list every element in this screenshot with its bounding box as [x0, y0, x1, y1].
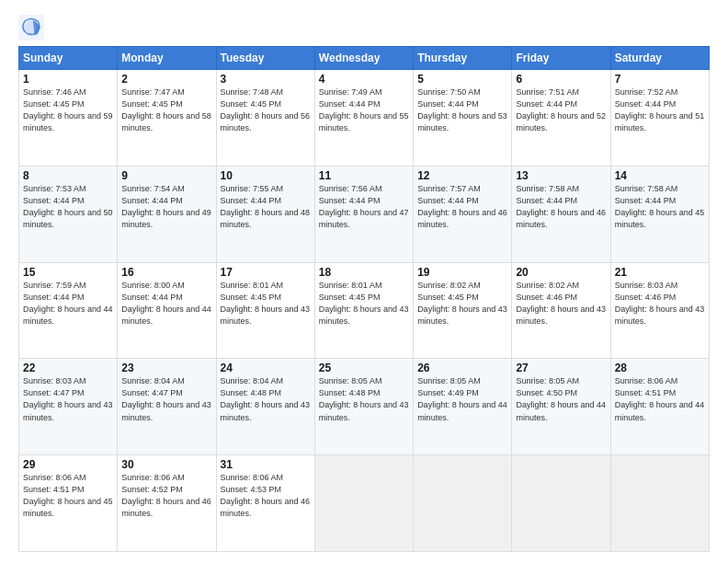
day-number: 19: [417, 266, 507, 279]
calendar-week-3: 15Sunrise: 7:59 AMSunset: 4:44 PMDayligh…: [19, 262, 710, 359]
day-info: Sunrise: 8:01 AMSunset: 4:45 PMDaylight:…: [319, 280, 409, 327]
calendar-cell: 17Sunrise: 8:01 AMSunset: 4:45 PMDayligh…: [216, 262, 314, 359]
calendar-cell: [610, 455, 709, 552]
day-number: 6: [516, 73, 606, 86]
day-info: Sunrise: 8:06 AMSunset: 4:52 PMDaylight:…: [121, 472, 211, 520]
day-info: Sunrise: 7:58 AMSunset: 4:44 PMDaylight:…: [615, 183, 705, 231]
day-info: Sunrise: 8:00 AMSunset: 4:44 PMDaylight:…: [121, 280, 211, 327]
day-info: Sunrise: 7:57 AMSunset: 4:44 PMDaylight:…: [417, 183, 507, 231]
calendar-cell: 16Sunrise: 8:00 AMSunset: 4:44 PMDayligh…: [118, 262, 216, 359]
calendar-cell: 31Sunrise: 8:06 AMSunset: 4:53 PMDayligh…: [216, 455, 314, 552]
page: Sunday Monday Tuesday Wednesday Thursday…: [0, 0, 728, 563]
day-number: 21: [615, 266, 705, 279]
calendar-header-row: Sunday Monday Tuesday Wednesday Thursday…: [19, 47, 710, 70]
col-thursday: Thursday: [414, 47, 512, 70]
day-info: Sunrise: 8:02 AMSunset: 4:46 PMDaylight:…: [516, 280, 606, 327]
col-sunday: Sunday: [19, 47, 118, 70]
calendar-cell: 30Sunrise: 8:06 AMSunset: 4:52 PMDayligh…: [118, 455, 216, 552]
calendar-cell: 10Sunrise: 7:55 AMSunset: 4:44 PMDayligh…: [216, 166, 314, 262]
day-number: 29: [23, 458, 113, 471]
day-number: 9: [121, 169, 211, 182]
col-monday: Monday: [118, 47, 216, 70]
col-friday: Friday: [512, 47, 610, 70]
day-number: 14: [615, 169, 705, 182]
day-number: 17: [221, 266, 311, 279]
calendar-cell: 1Sunrise: 7:46 AMSunset: 4:45 PMDaylight…: [19, 70, 118, 167]
calendar-cell: 29Sunrise: 8:06 AMSunset: 4:51 PMDayligh…: [19, 455, 118, 552]
calendar-cell: 25Sunrise: 8:05 AMSunset: 4:48 PMDayligh…: [314, 359, 413, 455]
day-number: 3: [221, 73, 311, 86]
calendar-cell: 28Sunrise: 8:06 AMSunset: 4:51 PMDayligh…: [610, 359, 709, 455]
calendar-cell: 6Sunrise: 7:51 AMSunset: 4:44 PMDaylight…: [512, 70, 610, 167]
calendar-cell: 26Sunrise: 8:05 AMSunset: 4:49 PMDayligh…: [414, 359, 512, 455]
calendar-week-4: 22Sunrise: 8:03 AMSunset: 4:47 PMDayligh…: [19, 359, 710, 455]
calendar-cell: 8Sunrise: 7:53 AMSunset: 4:44 PMDaylight…: [19, 166, 118, 262]
day-number: 31: [221, 458, 311, 471]
day-number: 27: [516, 362, 606, 374]
day-number: 18: [319, 266, 409, 279]
day-number: 7: [615, 73, 705, 86]
calendar-cell: 12Sunrise: 7:57 AMSunset: 4:44 PMDayligh…: [414, 166, 512, 262]
day-info: Sunrise: 7:59 AMSunset: 4:44 PMDaylight:…: [23, 280, 113, 327]
day-info: Sunrise: 7:48 AMSunset: 4:45 PMDaylight:…: [221, 86, 311, 134]
day-info: Sunrise: 7:53 AMSunset: 4:44 PMDaylight:…: [23, 183, 113, 231]
day-info: Sunrise: 7:58 AMSunset: 4:44 PMDaylight:…: [516, 183, 606, 231]
calendar-cell: 21Sunrise: 8:03 AMSunset: 4:46 PMDayligh…: [610, 262, 709, 359]
calendar-table: Sunday Monday Tuesday Wednesday Thursday…: [18, 46, 710, 552]
day-info: Sunrise: 7:55 AMSunset: 4:44 PMDaylight:…: [221, 183, 311, 231]
calendar-cell: 18Sunrise: 8:01 AMSunset: 4:45 PMDayligh…: [314, 262, 413, 359]
calendar-cell: 3Sunrise: 7:48 AMSunset: 4:45 PMDaylight…: [216, 70, 314, 167]
day-number: 24: [221, 362, 311, 374]
day-number: 28: [615, 362, 705, 374]
day-info: Sunrise: 8:06 AMSunset: 4:51 PMDaylight:…: [23, 472, 113, 520]
day-info: Sunrise: 7:56 AMSunset: 4:44 PMDaylight:…: [319, 183, 409, 231]
col-saturday: Saturday: [610, 47, 709, 70]
calendar-cell: 13Sunrise: 7:58 AMSunset: 4:44 PMDayligh…: [512, 166, 610, 262]
day-info: Sunrise: 8:03 AMSunset: 4:46 PMDaylight:…: [615, 280, 705, 327]
day-number: 8: [23, 169, 113, 182]
day-info: Sunrise: 8:05 AMSunset: 4:48 PMDaylight:…: [319, 375, 409, 423]
day-number: 16: [121, 266, 211, 279]
calendar-week-1: 1Sunrise: 7:46 AMSunset: 4:45 PMDaylight…: [19, 70, 710, 167]
calendar-cell: 4Sunrise: 7:49 AMSunset: 4:44 PMDaylight…: [314, 70, 413, 167]
day-info: Sunrise: 7:49 AMSunset: 4:44 PMDaylight:…: [319, 86, 409, 134]
day-info: Sunrise: 8:06 AMSunset: 4:51 PMDaylight:…: [615, 375, 705, 423]
col-tuesday: Tuesday: [216, 47, 314, 70]
col-wednesday: Wednesday: [314, 47, 413, 70]
day-number: 1: [23, 73, 113, 86]
day-number: 4: [319, 73, 409, 86]
day-number: 25: [319, 362, 409, 374]
day-info: Sunrise: 7:51 AMSunset: 4:44 PMDaylight:…: [516, 86, 606, 134]
calendar-cell: [512, 455, 610, 552]
day-number: 26: [417, 362, 507, 374]
day-info: Sunrise: 7:52 AMSunset: 4:44 PMDaylight:…: [615, 86, 705, 134]
calendar-cell: [314, 455, 413, 552]
day-info: Sunrise: 8:02 AMSunset: 4:45 PMDaylight:…: [417, 280, 507, 327]
day-number: 12: [417, 169, 507, 182]
day-number: 10: [221, 169, 311, 182]
calendar-cell: 15Sunrise: 7:59 AMSunset: 4:44 PMDayligh…: [19, 262, 118, 359]
header: [18, 15, 710, 40]
day-info: Sunrise: 8:04 AMSunset: 4:48 PMDaylight:…: [221, 375, 311, 423]
calendar-cell: 9Sunrise: 7:54 AMSunset: 4:44 PMDaylight…: [118, 166, 216, 262]
day-info: Sunrise: 8:05 AMSunset: 4:49 PMDaylight:…: [417, 375, 507, 423]
day-info: Sunrise: 7:50 AMSunset: 4:44 PMDaylight:…: [417, 86, 507, 134]
calendar-cell: 11Sunrise: 7:56 AMSunset: 4:44 PMDayligh…: [314, 166, 413, 262]
day-info: Sunrise: 8:05 AMSunset: 4:50 PMDaylight:…: [516, 375, 606, 423]
day-number: 13: [516, 169, 606, 182]
calendar-cell: 5Sunrise: 7:50 AMSunset: 4:44 PMDaylight…: [414, 70, 512, 167]
day-info: Sunrise: 7:54 AMSunset: 4:44 PMDaylight:…: [121, 183, 211, 231]
day-number: 5: [417, 73, 507, 86]
calendar-week-2: 8Sunrise: 7:53 AMSunset: 4:44 PMDaylight…: [19, 166, 710, 262]
calendar-cell: 23Sunrise: 8:04 AMSunset: 4:47 PMDayligh…: [118, 359, 216, 455]
day-number: 11: [319, 169, 409, 182]
calendar-cell: 20Sunrise: 8:02 AMSunset: 4:46 PMDayligh…: [512, 262, 610, 359]
day-info: Sunrise: 8:03 AMSunset: 4:47 PMDaylight:…: [23, 375, 113, 423]
day-number: 2: [121, 73, 211, 86]
logo: [18, 15, 48, 40]
calendar-cell: 2Sunrise: 7:47 AMSunset: 4:45 PMDaylight…: [118, 70, 216, 167]
day-info: Sunrise: 8:06 AMSunset: 4:53 PMDaylight:…: [221, 472, 311, 520]
day-info: Sunrise: 7:47 AMSunset: 4:45 PMDaylight:…: [121, 86, 211, 134]
day-info: Sunrise: 8:04 AMSunset: 4:47 PMDaylight:…: [121, 375, 211, 423]
calendar-cell: 7Sunrise: 7:52 AMSunset: 4:44 PMDaylight…: [610, 70, 709, 167]
